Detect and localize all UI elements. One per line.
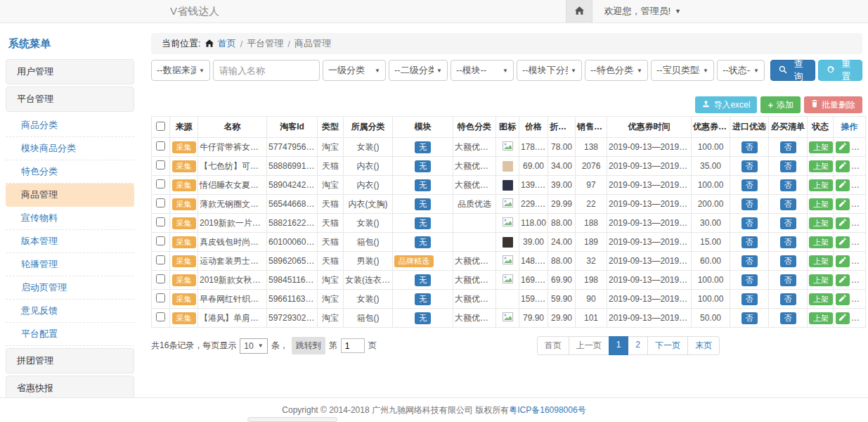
user-menu[interactable]: 欢迎您，管理员! ▼ xyxy=(592,0,692,23)
status-badge[interactable]: 上架 xyxy=(809,198,833,210)
must-buy-badge[interactable]: 否 xyxy=(780,293,796,305)
import-select-badge[interactable]: 否 xyxy=(741,179,758,191)
must-buy-badge[interactable]: 否 xyxy=(780,160,796,172)
sidebar-subitem[interactable]: 版本管理 xyxy=(6,230,134,253)
sidebar-item[interactable]: 拼团管理 xyxy=(6,348,134,373)
edit-button[interactable] xyxy=(836,236,850,248)
sidebar-subitem[interactable]: 模块商品分类 xyxy=(6,137,134,160)
table-header-row: 来源名称淘客Id类型所属分类模块特色分类图标价格折后价销售数量优惠券时间优惠券金… xyxy=(152,117,866,138)
import-select-badge[interactable]: 否 xyxy=(741,255,758,267)
must-buy-badge[interactable]: 否 xyxy=(780,236,796,248)
row-checkbox[interactable] xyxy=(156,312,165,321)
sidebar-subitem[interactable]: 启动页管理 xyxy=(6,276,134,300)
reset-button[interactable]: 重置 xyxy=(818,60,863,81)
breadcrumb-home-link[interactable]: 首页 xyxy=(218,37,236,50)
sidebar-subitem[interactable]: 商品分类 xyxy=(6,114,134,137)
query-button[interactable]: 查询 xyxy=(770,60,815,81)
must-buy-badge[interactable]: 否 xyxy=(780,312,796,324)
filter-select[interactable]: 一级分类▼ xyxy=(323,60,386,81)
sidebar-subitem[interactable]: 宣传物料 xyxy=(6,207,134,230)
row-checkbox[interactable] xyxy=(156,198,165,207)
pager-button[interactable]: 上一页 xyxy=(569,336,609,355)
product-category: 内衣() xyxy=(344,157,393,176)
import-select-badge[interactable]: 否 xyxy=(741,236,758,248)
edit-button[interactable] xyxy=(836,255,850,267)
must-buy-badge[interactable]: 否 xyxy=(780,274,796,286)
sidebar-subitem[interactable]: 平台配置 xyxy=(6,323,134,346)
jump-button[interactable]: 跳转到 xyxy=(292,337,325,354)
icp-link[interactable]: 粤ICP备16098006号 xyxy=(509,404,585,416)
status-badge[interactable]: 上架 xyxy=(809,255,833,267)
edit-button[interactable] xyxy=(836,293,850,305)
product-category: 箱包() xyxy=(344,233,393,252)
import-excel-button[interactable]: 导入excel xyxy=(695,96,757,113)
product-name: 运动套装男士卫衣初秋... xyxy=(198,252,267,271)
row-checkbox[interactable] xyxy=(156,160,165,170)
coupon-amount: 60.00 xyxy=(692,252,730,271)
sidebar-subitem[interactable]: 商品管理 xyxy=(6,184,134,207)
add-button[interactable]: + 添加 xyxy=(760,96,801,113)
filter-select[interactable]: --数据来源--▼ xyxy=(151,60,210,81)
filter-select[interactable]: --特色分类--▼ xyxy=(585,60,648,81)
import-select-badge[interactable]: 否 xyxy=(741,198,758,210)
filter-select[interactable]: --模块--▼ xyxy=(451,60,514,81)
status-badge[interactable]: 上架 xyxy=(809,236,833,248)
edit-button[interactable] xyxy=(836,274,850,286)
page-number-input[interactable] xyxy=(341,338,365,353)
pager-button[interactable]: 1 xyxy=(609,336,629,355)
edit-button[interactable] xyxy=(836,160,850,172)
row-checkbox[interactable] xyxy=(156,274,165,283)
edit-button[interactable] xyxy=(836,141,850,153)
status-badge[interactable]: 上架 xyxy=(809,179,833,191)
row-checkbox[interactable] xyxy=(156,255,165,264)
edit-button[interactable] xyxy=(836,179,850,191)
status-badge[interactable]: 上架 xyxy=(809,217,833,229)
filter-select[interactable]: --模块下分类--▼ xyxy=(517,60,582,81)
row-checkbox[interactable] xyxy=(156,141,165,151)
sidebar-item[interactable]: 平台管理 xyxy=(6,87,134,112)
batch-delete-button[interactable]: 批量删除 xyxy=(804,96,862,113)
pager-button[interactable]: 下一页 xyxy=(647,336,688,355)
sidebar-subitem[interactable]: 意见反馈 xyxy=(6,300,134,323)
sidebar-subitem[interactable]: 特色分类 xyxy=(6,160,134,184)
home-button[interactable] xyxy=(566,0,592,23)
import-select-badge[interactable]: 否 xyxy=(741,217,758,229)
import-select-badge[interactable]: 否 xyxy=(741,274,758,286)
import-select-badge[interactable]: 否 xyxy=(741,160,758,172)
edit-button[interactable] xyxy=(836,312,850,324)
pager-button[interactable]: 首页 xyxy=(537,336,569,355)
must-buy-badge[interactable]: 否 xyxy=(780,198,796,210)
import-select-badge[interactable]: 否 xyxy=(741,312,758,324)
edit-button[interactable] xyxy=(836,217,850,229)
name-search-input[interactable] xyxy=(213,60,320,81)
table-row: 采集真皮钱包时尚优雅女士...601000601341天猫箱包()无39.002… xyxy=(152,233,866,252)
row-checkbox[interactable] xyxy=(156,217,165,226)
sidebar-item[interactable]: 省惠快报 xyxy=(6,376,134,397)
status-badge[interactable]: 上架 xyxy=(809,141,833,153)
row-checkbox[interactable] xyxy=(156,179,165,188)
must-buy-badge[interactable]: 否 xyxy=(780,179,796,191)
scrollbar-thumb[interactable] xyxy=(247,417,337,422)
filter-select[interactable]: --宝贝类型--▼ xyxy=(651,60,714,81)
must-buy-badge[interactable]: 否 xyxy=(780,217,796,229)
sidebar-item[interactable]: 用户管理 xyxy=(6,59,134,84)
pager-button[interactable]: 2 xyxy=(628,336,648,355)
edit-button[interactable] xyxy=(836,198,850,210)
filter-select[interactable]: --二级分类--▼ xyxy=(389,60,448,81)
import-select-badge[interactable]: 否 xyxy=(741,141,758,153)
status-badge[interactable]: 上架 xyxy=(809,274,833,286)
import-select-badge[interactable]: 否 xyxy=(741,293,758,305)
status-badge[interactable]: 上架 xyxy=(809,160,833,172)
must-buy-badge[interactable]: 否 xyxy=(780,255,796,267)
must-buy-badge[interactable]: 否 xyxy=(780,141,796,153)
filter-select[interactable]: --状态--▼ xyxy=(717,60,765,81)
select-all-checkbox[interactable] xyxy=(156,122,165,131)
row-checkbox[interactable] xyxy=(156,236,165,245)
row-checkbox[interactable] xyxy=(156,293,165,302)
status-badge[interactable]: 上架 xyxy=(809,312,833,324)
status-badge[interactable]: 上架 xyxy=(809,293,833,305)
sidebar-subitem[interactable]: 轮播管理 xyxy=(6,253,134,276)
edit-icon xyxy=(839,313,846,323)
pager-button[interactable]: 末页 xyxy=(687,336,720,355)
per-page-select[interactable]: 10 ▼ xyxy=(240,338,267,354)
